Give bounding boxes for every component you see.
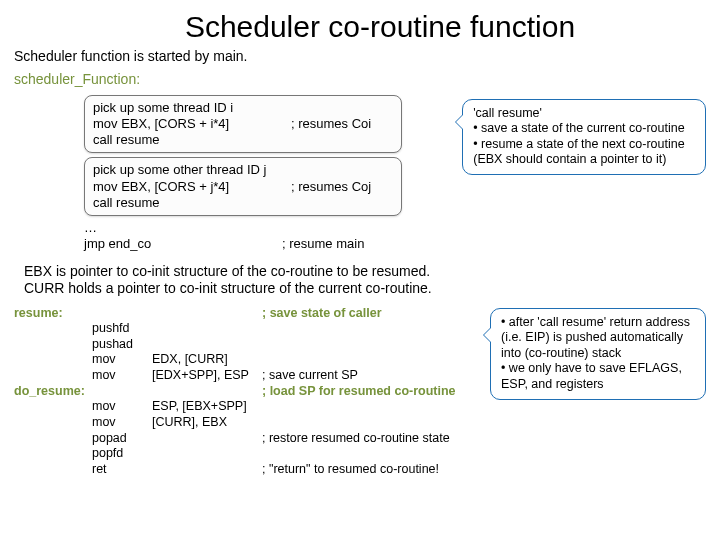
- asm-label: [14, 399, 92, 415]
- explain-text: EBX is pointer to co-init structure of t…: [24, 263, 706, 298]
- slide-title: Scheduler co-routine function: [14, 8, 706, 46]
- asm-label: [14, 431, 92, 447]
- asm-comment: ; save state of caller: [262, 306, 482, 322]
- callout-line: 'call resume': [473, 106, 695, 122]
- asm-op: mov: [92, 368, 152, 384]
- code-comment: ; resumes Coi: [291, 116, 371, 132]
- asm-label: do_resume:: [14, 384, 92, 400]
- asm-label: [14, 321, 92, 337]
- asm-arg: [152, 431, 262, 447]
- asm-arg: [CURR], EBX: [152, 415, 262, 431]
- asm-comment: [262, 399, 482, 415]
- callout-line: • after 'call resume' return address (i.…: [501, 315, 695, 362]
- asm-op: mov: [92, 352, 152, 368]
- asm-listing: resume:; save state of caller pushfd pus…: [14, 306, 482, 478]
- top-row: pick up some thread ID i mov EBX, [CORS …: [84, 95, 706, 253]
- asm-label: [14, 337, 92, 353]
- asm-label: [14, 446, 92, 462]
- callout-line: • resume a state of the next co-routine …: [473, 137, 695, 168]
- asm-comment: [262, 352, 482, 368]
- code-line: pick up some thread ID i: [93, 100, 233, 116]
- bottom-row: resume:; save state of caller pushfd pus…: [14, 306, 706, 478]
- asm-comment: ; "return" to resumed co-routine!: [262, 462, 482, 478]
- asm-label: [14, 352, 92, 368]
- asm-op: popad: [92, 431, 152, 447]
- asm-arg: ESP, [EBX+SPP]: [152, 399, 262, 415]
- code-column: pick up some thread ID i mov EBX, [CORS …: [84, 95, 402, 253]
- asm-op: ret: [92, 462, 152, 478]
- asm-op: mov: [92, 415, 152, 431]
- slide-subtitle: Scheduler function is started by main.: [14, 48, 706, 66]
- asm-op: pushad: [92, 337, 152, 353]
- explain-line: EBX is pointer to co-init structure of t…: [24, 263, 706, 281]
- code-line: mov EBX, [CORS + i*4]: [93, 116, 291, 132]
- asm-op: mov: [92, 399, 152, 415]
- asm-op: popfd: [92, 446, 152, 462]
- asm-op: [92, 306, 152, 322]
- code-line: mov EBX, [CORS + j*4]: [93, 179, 291, 195]
- asm-label: [14, 462, 92, 478]
- code-line: pick up some other thread ID j: [93, 162, 266, 178]
- asm-arg: [152, 384, 262, 400]
- asm-arg: [152, 337, 262, 353]
- asm-arg: [152, 321, 262, 337]
- function-label: scheduler_Function:: [14, 71, 706, 89]
- asm-comment: ; load SP for resumed co-routine: [262, 384, 482, 400]
- code-box-1: pick up some thread ID i mov EBX, [CORS …: [84, 95, 402, 154]
- asm-arg: [152, 462, 262, 478]
- explain-line: CURR holds a pointer to co-init structur…: [24, 280, 706, 298]
- asm-comment: ; save current SP: [262, 368, 482, 384]
- code-comment: ; resumes Coj: [291, 179, 371, 195]
- asm-comment: [262, 415, 482, 431]
- callout-stack: • after 'call resume' return address (i.…: [490, 308, 706, 400]
- asm-label: [14, 415, 92, 431]
- callout-line: • save a state of the current co-routine: [473, 121, 695, 137]
- asm-label: resume:: [14, 306, 92, 322]
- asm-comment: ; restore resumed co-routine state: [262, 431, 482, 447]
- asm-op: pushfd: [92, 321, 152, 337]
- asm-label: [14, 368, 92, 384]
- code-line: call resume: [93, 195, 159, 211]
- code-box-2: pick up some other thread ID j mov EBX, …: [84, 157, 402, 216]
- asm-arg: [152, 446, 262, 462]
- asm-comment: [262, 321, 482, 337]
- code-line: jmp end_co: [84, 236, 282, 252]
- code-line: …: [84, 220, 282, 236]
- asm-op: [92, 384, 152, 400]
- code-trail: … jmp end_co; resume main: [84, 220, 402, 253]
- code-line: call resume: [93, 132, 159, 148]
- asm-arg: [152, 306, 262, 322]
- callout-line: • we only have to save EFLAGS, ESP, and …: [501, 361, 695, 392]
- code-comment: ; resume main: [282, 236, 364, 252]
- callout-resume: 'call resume' • save a state of the curr…: [462, 99, 706, 176]
- asm-arg: [EDX+SPP], ESP: [152, 368, 262, 384]
- asm-comment: [262, 446, 482, 462]
- asm-arg: EDX, [CURR]: [152, 352, 262, 368]
- asm-comment: [262, 337, 482, 353]
